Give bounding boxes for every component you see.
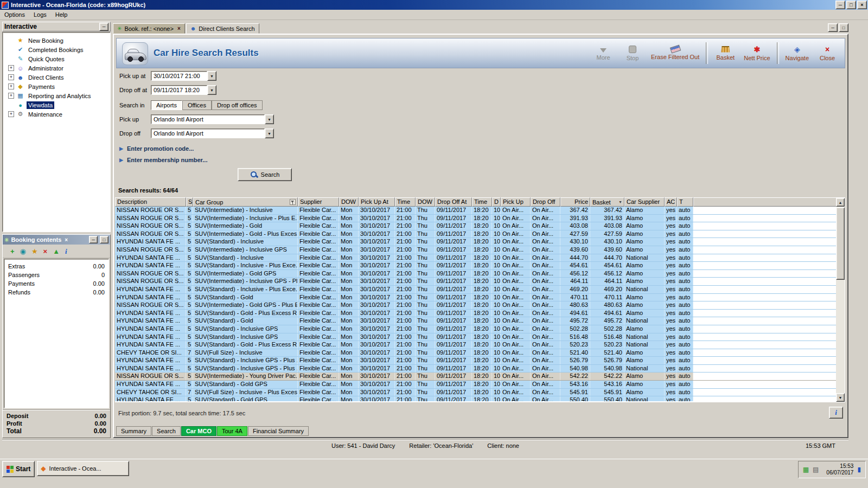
- add-icon[interactable]: +: [10, 248, 15, 255]
- basket-button[interactable]: Basket: [711, 41, 739, 65]
- tab-tour-4a[interactable]: Tour 4A: [217, 426, 247, 436]
- network-icon[interactable]: ▦: [803, 466, 809, 473]
- erase-filtered-out-button[interactable]: Erase Filtered Out: [648, 41, 703, 65]
- table-row[interactable]: NISSAN ROGUE OR S... 5 SUV(Intermediate)…: [115, 278, 837, 286]
- close-icon[interactable]: ×: [857, 1, 867, 9]
- promotion-code-disclosure[interactable]: ▶ Enter promotion code...: [119, 144, 194, 153]
- world-icon[interactable]: ◉: [20, 248, 26, 255]
- table-row[interactable]: HYUNDAI SANTA FE ... 5 SUV(Standard) - G…: [115, 310, 837, 318]
- pickup-datetime-input[interactable]: 30/10/2017 21:00: [151, 71, 207, 81]
- table-row[interactable]: HYUNDAI SANTA FE ... 5 SUV(Standard) - I…: [115, 262, 837, 270]
- col-days[interactable]: D: [492, 197, 501, 207]
- expand-icon[interactable]: +: [8, 111, 14, 117]
- table-row[interactable]: HYUNDAI SANTA FE ... 5 SUV(Standard) - I…: [115, 286, 837, 294]
- table-row[interactable]: NISSAN ROGUE OR S... 5 SUV(Intermediate)…: [115, 301, 837, 310]
- tab-drop-off-offices[interactable]: Drop off offices: [212, 100, 263, 110]
- info-button[interactable]: i: [829, 407, 843, 419]
- minimize-icon[interactable]: ─: [835, 1, 845, 9]
- col-description[interactable]: Description: [115, 197, 186, 207]
- tab-financial-summary[interactable]: Financial Summary: [248, 426, 309, 436]
- taskbar-clock[interactable]: 15:53 06/07/2017: [826, 463, 853, 476]
- filter-icon[interactable]: [290, 199, 296, 205]
- col-dow-pickup[interactable]: DOW: [339, 197, 359, 207]
- info-icon[interactable]: i: [65, 248, 67, 255]
- table-row[interactable]: HYUNDAI SANTA FE ... 5 SUV(Standard) - G…: [115, 341, 837, 349]
- menu-options[interactable]: Options: [0, 10, 29, 19]
- dropoff-datetime-dropdown-icon[interactable]: ▼: [207, 85, 216, 95]
- tab-direct-clients-search[interactable]: ☻ Direct Clients Search: [186, 23, 259, 34]
- table-row[interactable]: HYUNDAI SANTA FE ... 5 SUV(Standard) - I…: [115, 254, 837, 262]
- refunds-row[interactable]: Refunds0.00: [4, 288, 108, 297]
- col-pickup-time[interactable]: Time: [395, 197, 416, 207]
- col-dropoff-location[interactable]: Drop Off: [531, 197, 560, 207]
- table-row[interactable]: HYUNDAI SANTA FE ... 5 SUV(Standard) - I…: [115, 325, 837, 333]
- sidebar-item-direct-clients[interactable]: +☻Direct Clients: [3, 73, 110, 82]
- table-row[interactable]: HYUNDAI SANTA FE ... 5 SUV(Standard) - G…: [115, 381, 837, 389]
- col-supplier[interactable]: Supplier: [298, 197, 339, 207]
- col-pickup-location[interactable]: Pick Up: [501, 197, 531, 207]
- table-row[interactable]: NISSAN ROGUE OR S... 5 SUV(Intermediate)…: [115, 246, 837, 254]
- table-row[interactable]: CHEVY TAHOE OR SI... 7 SUV(Full Size) - …: [115, 349, 837, 357]
- dropoff-location-dropdown-icon[interactable]: ▼: [265, 129, 274, 138]
- tab-booking-ref[interactable]: ✳ Book. ref.: <none> ×: [113, 23, 185, 34]
- table-row[interactable]: HYUNDAI SANTA FE ... 5 SUV(Standard) - I…: [115, 238, 837, 246]
- transfer-icon[interactable]: ★: [31, 248, 38, 255]
- menu-logs[interactable]: Logs: [29, 10, 51, 19]
- more-button[interactable]: More: [589, 41, 617, 65]
- expand-icon[interactable]: +: [8, 74, 14, 80]
- display-icon[interactable]: ▮: [857, 466, 861, 473]
- stop-button[interactable]: Stop: [618, 41, 647, 65]
- sidebar-item-maintenance[interactable]: +⚙Maintenance: [3, 110, 110, 119]
- pickup-location-dropdown-icon[interactable]: ▼: [265, 114, 274, 124]
- col-dropoff-time[interactable]: Time: [472, 197, 492, 207]
- dropoff-datetime-input[interactable]: 09/11/2017 18:20: [151, 85, 207, 95]
- close-tab-icon[interactable]: ×: [63, 237, 69, 243]
- col-car-group[interactable]: Car Group: [193, 197, 298, 207]
- col-seats[interactable]: S: [186, 197, 193, 207]
- tab-car-mco[interactable]: Car MCO: [181, 426, 216, 436]
- keyboard-icon[interactable]: ▤: [813, 466, 819, 473]
- minimize-view-icon[interactable]: ─: [828, 23, 838, 32]
- table-row[interactable]: NISSAN ROGUE OR S... 5 SUV(Intermediate)…: [115, 230, 837, 239]
- sidebar-item-viewdata[interactable]: ●Viewdata: [3, 100, 110, 110]
- navigate-button[interactable]: ◈Navigate: [782, 41, 812, 65]
- table-row[interactable]: NISSAN ROGUE OR S... 5 SUV(Intermediate)…: [115, 207, 837, 215]
- col-price[interactable]: Price: [560, 197, 590, 207]
- table-row[interactable]: HYUNDAI SANTA FE ... 5 SUV(Standard) - I…: [115, 333, 837, 342]
- delete-icon[interactable]: ×: [43, 248, 48, 255]
- membership-number-disclosure[interactable]: ▶ Enter membership number...: [119, 156, 207, 164]
- table-row[interactable]: HYUNDAI SANTA FE ... 5 SUV(Standard) - G…: [115, 396, 837, 401]
- scroll-up-icon[interactable]: ▲: [836, 198, 845, 207]
- table-row[interactable]: HYUNDAI SANTA FE ... 5 SUV(Standard) - G…: [115, 317, 837, 325]
- table-row[interactable]: CHEVY TAHOE OR SI... 7 SUV(Full Size) - …: [115, 389, 837, 397]
- close-tab-icon[interactable]: ×: [176, 25, 181, 31]
- table-row[interactable]: NISSAN ROGUE OR S... 5 SUV(Intermediate)…: [115, 373, 837, 381]
- table-row[interactable]: NISSAN ROGUE OR S... 5 SUV(Intermediate)…: [115, 270, 837, 278]
- maximize-icon[interactable]: □: [846, 1, 856, 9]
- scroll-thumb[interactable]: [836, 207, 845, 280]
- col-dow-dropoff[interactable]: DOW: [416, 197, 435, 207]
- start-button[interactable]: Start: [2, 461, 35, 477]
- col-car-supplier[interactable]: Car Supplier: [624, 197, 665, 207]
- table-row[interactable]: HYUNDAI SANTA FE ... 5 SUV(Standard) - I…: [115, 365, 837, 373]
- tab-airports[interactable]: Airports: [151, 100, 182, 110]
- tab-summary[interactable]: Summary: [116, 426, 151, 436]
- collapse-sidebar-button[interactable]: ─: [99, 23, 108, 31]
- col-pickup-at[interactable]: Pick Up At: [359, 197, 395, 207]
- sidebar-item-administrator[interactable]: +☺Administrator: [3, 63, 110, 73]
- sidebar-item-new-booking[interactable]: ★New Booking: [3, 36, 110, 45]
- restore-view-icon[interactable]: □: [839, 23, 848, 32]
- menu-help[interactable]: Help: [51, 10, 72, 19]
- minimize-panel-icon[interactable]: ─: [89, 236, 98, 243]
- taskbar-app-button[interactable]: ◆ Interactive - Ocea...: [37, 461, 129, 476]
- sidebar-item-quick-quotes[interactable]: ✎Quick Quotes: [3, 54, 110, 63]
- sidebar-item-reporting[interactable]: +▦Reporting and Analytics: [3, 91, 110, 100]
- pickup-location-select[interactable]: Orlando Intl Airport: [151, 114, 265, 124]
- extras-row[interactable]: Extras0.00: [4, 262, 108, 271]
- nett-price-button[interactable]: ✱Nett Price: [741, 41, 773, 65]
- restore-panel-icon[interactable]: □: [100, 236, 108, 243]
- passengers-row[interactable]: Passengers0: [4, 271, 108, 279]
- table-row[interactable]: NISSAN ROGUE OR S... 5 SUV(Intermediate)…: [115, 215, 837, 223]
- col-transmission[interactable]: T: [677, 197, 693, 207]
- tab-offices[interactable]: Offices: [182, 100, 212, 110]
